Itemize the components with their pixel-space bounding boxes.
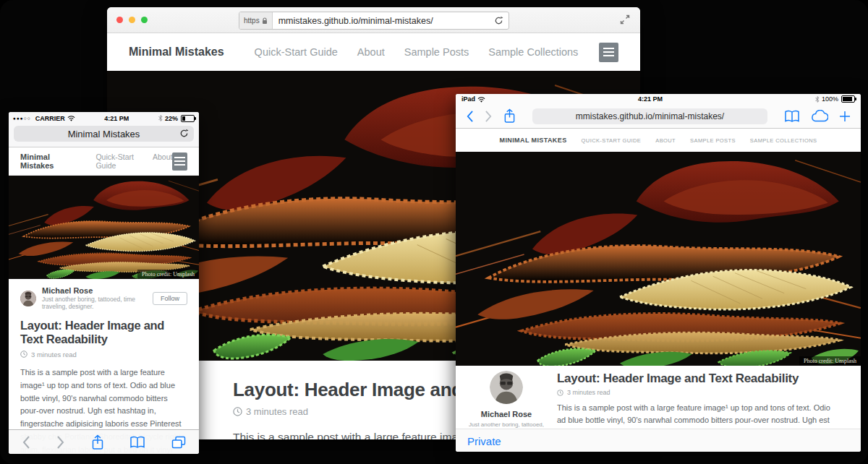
reload-icon[interactable]	[494, 16, 503, 25]
forward-icon[interactable]	[56, 435, 65, 450]
site-masthead: MINIMAL MISTAKES QUICK-START GUIDE ABOUT…	[456, 129, 861, 152]
site-nav: Quick-Start Guide About Sample Posts Sam…	[255, 46, 579, 58]
page-title-label: Minimal Mistakes	[68, 129, 140, 139]
https-label: https	[244, 17, 260, 25]
ipad-device: iPad 4:21 PM 100%	[456, 94, 861, 452]
private-browsing-bar: Private	[456, 429, 861, 452]
author-text: Michael Rose Just another boring, tattoo…	[42, 286, 153, 310]
bookmarks-icon[interactable]	[129, 436, 145, 449]
nav-item-quick-start-guide[interactable]: QUICK-START GUIDE	[582, 137, 642, 144]
nav-item-about[interactable]: About	[153, 152, 172, 170]
status-left: ●●●○○ CARRIER	[13, 115, 75, 122]
site-masthead: Minimal Mistakes Quick-Start Guide About	[9, 147, 199, 176]
author-bio: Just another boring, tattooed,	[456, 421, 557, 428]
read-time: 3 minutes read	[567, 389, 610, 396]
iphone-status-bar: ●●●○○ CARRIER 4:21 PM 22%	[9, 112, 199, 124]
wifi-icon	[477, 96, 485, 103]
clock-icon	[233, 407, 242, 416]
https-badge: https	[239, 12, 273, 29]
leaves-photo	[456, 152, 861, 366]
fullscreen-icon[interactable]	[620, 14, 630, 25]
post-content: Michael Rose Just another boring, tattoo…	[456, 366, 861, 429]
browser-toolbar: https mmistakes.github.io/minimal-mistak…	[107, 7, 640, 33]
iphone-device: ●●●○○ CARRIER 4:21 PM 22% Minimal Mistak…	[9, 112, 199, 454]
author-name: Michael Rose	[42, 286, 153, 295]
site-nav: Quick-Start Guide About	[95, 152, 172, 170]
safari-bottom-toolbar	[9, 429, 199, 454]
battery-percent: 100%	[822, 95, 838, 103]
author-sidebar: Michael Rose Just another boring, tattoo…	[456, 366, 557, 429]
author-bio: Just another boring, tattooed, time trav…	[42, 296, 153, 310]
zoom-window-button[interactable]	[141, 17, 148, 23]
reload-icon[interactable]	[179, 129, 189, 138]
address-field[interactable]: mmistakes.github.io/minimal-mistakes/	[532, 108, 767, 124]
avatar	[490, 371, 523, 404]
window-controls	[116, 17, 148, 23]
post-meta: 3 minutes read	[557, 389, 839, 396]
site-masthead: Minimal Mistakes Quick-Start Guide About…	[107, 33, 640, 71]
photo-credit: Photo credit: Unsplash	[799, 356, 861, 366]
status-right: 100%	[815, 95, 855, 103]
bluetooth-icon	[158, 115, 163, 121]
nav-item-about[interactable]: ABOUT	[655, 137, 676, 144]
share-icon[interactable]	[503, 108, 516, 124]
signal-dots-icon: ●●●○○	[13, 116, 31, 121]
header-image: Photo credit: Unsplash	[456, 152, 861, 366]
private-button[interactable]: Private	[467, 435, 501, 447]
leaves-photo	[9, 176, 199, 279]
icloud-icon[interactable]	[811, 110, 828, 122]
site-title[interactable]: MINIMAL MISTAKES	[500, 137, 567, 144]
site-title[interactable]: Minimal Mistakes	[20, 152, 74, 170]
menu-toggle-button[interactable]	[599, 43, 618, 62]
bluetooth-icon	[815, 96, 820, 103]
device-label: iPad	[461, 95, 475, 103]
new-tab-icon[interactable]	[839, 111, 851, 122]
author-block: Michael Rose Just another boring, tattoo…	[20, 286, 187, 310]
nav-item-quick-start-guide[interactable]: Quick-Start Guide	[95, 152, 140, 170]
tabs-icon[interactable]	[171, 436, 186, 449]
ipad-status-bar: iPad 4:21 PM 100%	[456, 94, 861, 104]
nav-item-about[interactable]: About	[357, 46, 385, 58]
lock-icon	[262, 17, 268, 25]
nav-item-sample-posts[interactable]: SAMPLE POSTS	[690, 137, 736, 144]
status-time: 4:21 PM	[485, 95, 815, 103]
clock-icon	[557, 390, 563, 396]
nav-item-sample-collections[interactable]: SAMPLE COLLECTIONS	[750, 137, 817, 144]
author-name: Michael Rose	[456, 410, 557, 418]
share-icon[interactable]	[91, 434, 104, 450]
bookmarks-icon[interactable]	[784, 110, 800, 123]
post-body: Layout: Header Image and Text Readabilit…	[557, 366, 861, 429]
carrier-label: CARRIER	[35, 115, 65, 122]
read-time: 3 minutes read	[246, 406, 308, 417]
minimize-window-button[interactable]	[129, 17, 135, 23]
avatar	[20, 291, 36, 306]
forward-icon[interactable]	[485, 110, 493, 123]
back-icon[interactable]	[466, 110, 474, 123]
follow-button[interactable]: Follow	[153, 292, 187, 305]
site-title[interactable]: Minimal Mistakes	[129, 46, 224, 59]
menu-toggle-button[interactable]	[172, 152, 187, 171]
post-paragraph: This is a sample post with a large featu…	[557, 402, 839, 429]
clock-icon	[20, 351, 27, 358]
nav-item-quick-start-guide[interactable]: Quick-Start Guide	[255, 46, 338, 58]
back-icon[interactable]	[22, 435, 30, 450]
address-bar[interactable]: https mmistakes.github.io/minimal-mistak…	[239, 12, 509, 30]
composite-screenshot: https mmistakes.github.io/minimal-mistak…	[0, 0, 868, 464]
address-field[interactable]: Minimal Mistakes	[14, 126, 194, 142]
nav-item-sample-posts[interactable]: Sample Posts	[404, 46, 469, 58]
status-left: iPad	[461, 95, 485, 103]
status-time: 4:21 PM	[75, 115, 158, 122]
iphone-url-bar: Minimal Mistakes	[9, 124, 199, 147]
header-image: Photo credit: Unsplash	[9, 176, 199, 279]
nav-item-sample-collections[interactable]: Sample Collections	[488, 46, 578, 58]
safari-toolbar: mmistakes.github.io/minimal-mistakes/	[456, 104, 861, 129]
wifi-icon	[67, 115, 75, 121]
url-text: mmistakes.github.io/minimal-mistakes/	[273, 16, 494, 26]
status-right: 22%	[158, 115, 195, 122]
url-text: mmistakes.github.io/minimal-mistakes/	[576, 111, 724, 121]
post-content: Michael Rose Just another boring, tattoo…	[9, 279, 199, 454]
close-window-button[interactable]	[116, 17, 123, 23]
read-time: 3 minutes read	[31, 351, 77, 358]
post-meta: 3 minutes read	[20, 351, 187, 358]
battery-percent: 22%	[165, 115, 178, 122]
